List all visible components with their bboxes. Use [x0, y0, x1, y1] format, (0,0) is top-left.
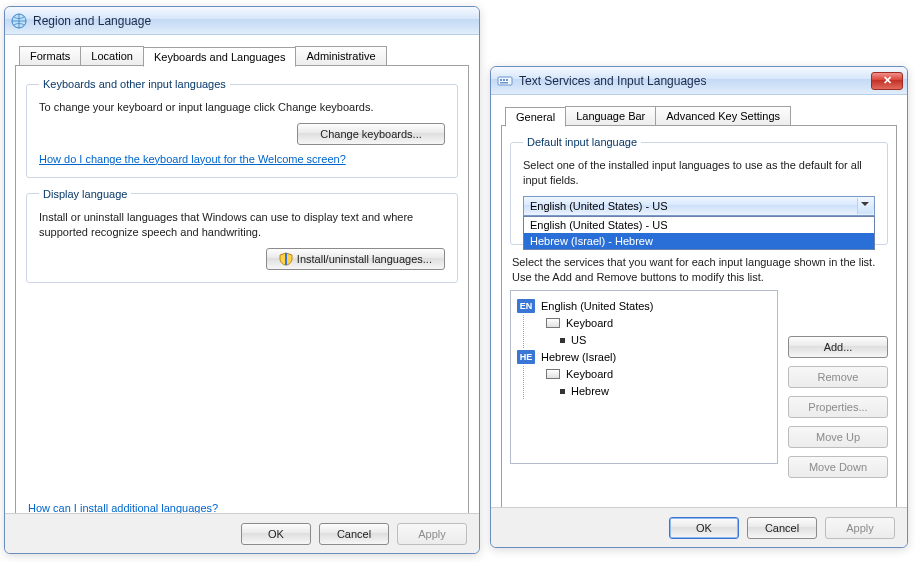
- apply-button[interactable]: Apply: [397, 523, 467, 545]
- close-button[interactable]: ✕: [871, 72, 903, 90]
- keyboards-group-legend: Keyboards and other input languages: [39, 78, 230, 90]
- tree-keyboard-label-he: Keyboard: [566, 368, 613, 380]
- tree-lang-hebrew-label: Hebrew (Israel): [541, 351, 616, 363]
- installed-services-text: Select the services that you want for ea…: [512, 255, 886, 285]
- he-badge-icon: HE: [517, 350, 535, 364]
- display-language-text: Install or uninstall languages that Wind…: [39, 210, 439, 240]
- dialog-button-bar: OK Cancel Apply: [491, 507, 907, 547]
- region-and-language-window: Region and Language Formats Location Key…: [4, 6, 480, 554]
- close-icon: ✕: [883, 74, 892, 87]
- default-language-dropdown-list[interactable]: English (United States) - US Hebrew (Isr…: [523, 216, 875, 250]
- tree-layout-hebrew[interactable]: Hebrew: [560, 383, 771, 399]
- cancel-button[interactable]: Cancel: [747, 517, 817, 539]
- tree-layout-us-label: US: [571, 334, 586, 346]
- tree-layout-hebrew-label: Hebrew: [571, 385, 609, 397]
- en-badge-icon: EN: [517, 299, 535, 313]
- chevron-down-icon: [861, 202, 869, 210]
- keyboards-group: Keyboards and other input languages To c…: [26, 78, 458, 178]
- svg-rect-4: [506, 79, 508, 81]
- svg-rect-5: [500, 82, 508, 84]
- change-keyboards-button[interactable]: Change keyboards...: [297, 123, 445, 145]
- bullet-icon: [560, 338, 565, 343]
- tree-lang-english[interactable]: EN English (United States): [517, 298, 771, 314]
- svg-rect-3: [503, 79, 505, 81]
- dialog-button-bar: OK Cancel Apply: [5, 513, 479, 553]
- keyboards-group-text: To change your keyboard or input languag…: [39, 100, 445, 115]
- globe-icon: [11, 13, 27, 29]
- tab-formats[interactable]: Formats: [19, 46, 81, 66]
- tree-keyboard-label: Keyboard: [566, 317, 613, 329]
- default-input-language-group: Default input language Select one of the…: [510, 136, 888, 245]
- dropdown-option-english-us[interactable]: English (United States) - US: [524, 217, 874, 233]
- remove-button[interactable]: Remove: [788, 366, 888, 388]
- tab-location[interactable]: Location: [80, 46, 144, 66]
- properties-button[interactable]: Properties...: [788, 396, 888, 418]
- window-body: Formats Location Keyboards and Languages…: [5, 35, 479, 533]
- installed-services-tree[interactable]: EN English (United States) Keyboard US: [510, 290, 778, 464]
- default-input-language-text: Select one of the installed input langua…: [523, 158, 875, 188]
- keyboard-icon: [546, 369, 560, 379]
- window-title: Region and Language: [33, 14, 475, 28]
- tab-language-bar[interactable]: Language Bar: [565, 106, 656, 126]
- dropdown-option-hebrew[interactable]: Hebrew (Israel) - Hebrew: [524, 233, 874, 249]
- move-down-button[interactable]: Move Down: [788, 456, 888, 478]
- default-input-language-legend: Default input language: [523, 136, 641, 148]
- titlebar[interactable]: Text Services and Input Languages ✕: [491, 67, 907, 95]
- install-uninstall-languages-button[interactable]: Install/uninstall languages...: [266, 248, 445, 270]
- install-uninstall-label: Install/uninstall languages...: [297, 249, 432, 269]
- tabs-row: General Language Bar Advanced Key Settin…: [505, 106, 897, 126]
- tree-lang-hebrew[interactable]: HE Hebrew (Israel): [517, 349, 771, 365]
- display-language-group: Display language Install or uninstall la…: [26, 188, 458, 283]
- window-body: General Language Bar Advanced Key Settin…: [491, 95, 907, 529]
- cancel-button[interactable]: Cancel: [319, 523, 389, 545]
- svg-rect-2: [500, 79, 502, 81]
- keyboard-app-icon: [497, 73, 513, 89]
- tab-panel: Default input language Select one of the…: [501, 125, 897, 523]
- apply-button[interactable]: Apply: [825, 517, 895, 539]
- dropdown-button[interactable]: [857, 198, 873, 214]
- move-up-button[interactable]: Move Up: [788, 426, 888, 448]
- keyboard-icon: [546, 318, 560, 328]
- window-title: Text Services and Input Languages: [519, 74, 871, 88]
- tree-keyboard-node-he[interactable]: Keyboard: [546, 366, 771, 382]
- tab-panel: Keyboards and other input languages To c…: [15, 65, 469, 527]
- tab-administrative[interactable]: Administrative: [295, 46, 386, 66]
- display-language-legend: Display language: [39, 188, 131, 200]
- ok-button[interactable]: OK: [241, 523, 311, 545]
- tab-keyboards-and-languages[interactable]: Keyboards and Languages: [143, 47, 297, 67]
- default-language-value: English (United States) - US: [530, 200, 668, 212]
- tab-general[interactable]: General: [505, 107, 566, 127]
- text-services-window: Text Services and Input Languages ✕ Gene…: [490, 66, 908, 548]
- add-button[interactable]: Add...: [788, 336, 888, 358]
- titlebar[interactable]: Region and Language: [5, 7, 479, 35]
- tab-advanced-key-settings[interactable]: Advanced Key Settings: [655, 106, 791, 126]
- bullet-icon: [560, 389, 565, 394]
- tree-lang-english-label: English (United States): [541, 300, 654, 312]
- tabs-row: Formats Location Keyboards and Languages…: [19, 46, 469, 66]
- ok-button[interactable]: OK: [669, 517, 739, 539]
- default-language-dropdown[interactable]: English (United States) - US: [523, 196, 875, 216]
- help-welcome-screen-link[interactable]: How do I change the keyboard layout for …: [39, 153, 346, 165]
- shield-icon: [279, 252, 293, 266]
- tree-layout-us[interactable]: US: [560, 332, 771, 348]
- tree-keyboard-node-en[interactable]: Keyboard: [546, 315, 771, 331]
